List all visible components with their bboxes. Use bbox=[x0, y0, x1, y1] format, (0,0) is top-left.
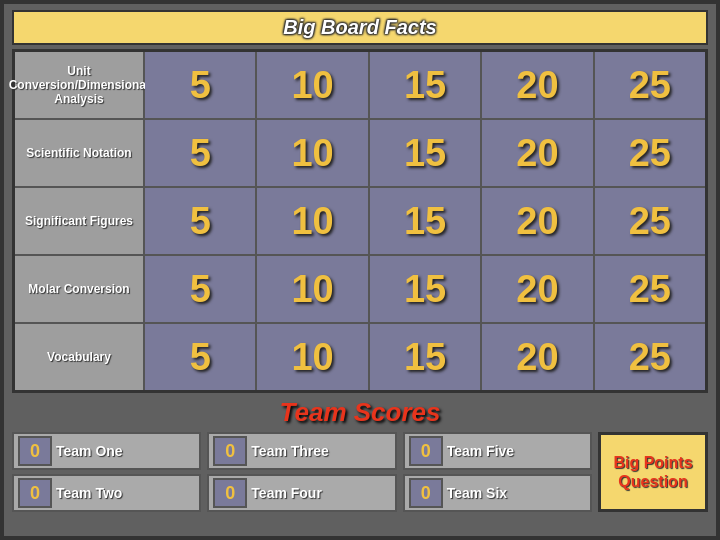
team-name-0: Team One bbox=[56, 443, 195, 459]
score-cell-3-3[interactable]: 20 bbox=[482, 256, 594, 322]
board-row-3: Molar Conversion510152025 bbox=[15, 256, 705, 324]
score-value-4-4: 25 bbox=[629, 336, 671, 379]
score-value-0-0: 5 bbox=[190, 64, 211, 107]
score-value-4-2: 15 bbox=[404, 336, 446, 379]
score-cell-3-2[interactable]: 15 bbox=[370, 256, 482, 322]
game-board: Unit Conversion/Dimensional Analysis5101… bbox=[12, 49, 708, 393]
score-cell-4-2[interactable]: 15 bbox=[370, 324, 482, 390]
team-name-1: Team Two bbox=[56, 485, 195, 501]
main-container: Big Board Facts Unit Conversion/Dimensio… bbox=[0, 0, 720, 540]
big-points-box[interactable]: Big Points Question bbox=[598, 432, 708, 512]
category-label-2: Significant Figures bbox=[25, 214, 133, 228]
team-row-3: 0Team Four bbox=[207, 474, 396, 512]
score-cell-4-3[interactable]: 20 bbox=[482, 324, 594, 390]
score-cell-2-3[interactable]: 20 bbox=[482, 188, 594, 254]
score-value-3-4: 25 bbox=[629, 268, 671, 311]
score-cell-0-4[interactable]: 25 bbox=[595, 52, 705, 118]
board-row-1: Scientific Notation510152025 bbox=[15, 120, 705, 188]
score-value-3-1: 10 bbox=[291, 268, 333, 311]
score-cell-1-1[interactable]: 10 bbox=[257, 120, 369, 186]
score-cell-2-0[interactable]: 5 bbox=[145, 188, 257, 254]
score-cell-3-0[interactable]: 5 bbox=[145, 256, 257, 322]
category-label-4: Vocabulary bbox=[47, 350, 111, 364]
score-value-2-4: 25 bbox=[629, 200, 671, 243]
score-cell-1-0[interactable]: 5 bbox=[145, 120, 257, 186]
team-score-3: 0 bbox=[213, 478, 247, 508]
score-value-4-3: 20 bbox=[516, 336, 558, 379]
team-score-2: 0 bbox=[213, 436, 247, 466]
category-cell-4: Vocabulary bbox=[15, 324, 145, 390]
score-cell-3-4[interactable]: 25 bbox=[595, 256, 705, 322]
score-cell-3-1[interactable]: 10 bbox=[257, 256, 369, 322]
teams-col-2: 0Team Three0Team Four bbox=[207, 432, 396, 512]
category-label-3: Molar Conversion bbox=[28, 282, 129, 296]
score-value-2-0: 5 bbox=[190, 200, 211, 243]
board-row-4: Vocabulary510152025 bbox=[15, 324, 705, 390]
score-value-1-1: 10 bbox=[291, 132, 333, 175]
score-value-3-0: 5 bbox=[190, 268, 211, 311]
score-value-1-3: 20 bbox=[516, 132, 558, 175]
team-name-5: Team Six bbox=[447, 485, 586, 501]
board-row-2: Significant Figures510152025 bbox=[15, 188, 705, 256]
title-bar: Big Board Facts bbox=[12, 10, 708, 45]
team-name-4: Team Five bbox=[447, 443, 586, 459]
teams-col-1: 0Team One0Team Two bbox=[12, 432, 201, 512]
score-cell-4-0[interactable]: 5 bbox=[145, 324, 257, 390]
team-name-2: Team Three bbox=[251, 443, 390, 459]
score-value-2-2: 15 bbox=[404, 200, 446, 243]
score-value-2-1: 10 bbox=[291, 200, 333, 243]
team-row-5: 0Team Six bbox=[403, 474, 592, 512]
score-value-0-4: 25 bbox=[629, 64, 671, 107]
score-value-1-2: 15 bbox=[404, 132, 446, 175]
score-value-4-0: 5 bbox=[190, 336, 211, 379]
score-value-3-3: 20 bbox=[516, 268, 558, 311]
category-cell-2: Significant Figures bbox=[15, 188, 145, 254]
score-cell-2-1[interactable]: 10 bbox=[257, 188, 369, 254]
category-label-1: Scientific Notation bbox=[26, 146, 131, 160]
page-title: Big Board Facts bbox=[283, 16, 436, 38]
score-cell-2-4[interactable]: 25 bbox=[595, 188, 705, 254]
team-score-1: 0 bbox=[18, 478, 52, 508]
score-cell-2-2[interactable]: 15 bbox=[370, 188, 482, 254]
category-cell-0: Unit Conversion/Dimensional Analysis bbox=[15, 52, 145, 118]
score-cell-4-4[interactable]: 25 bbox=[595, 324, 705, 390]
score-value-0-1: 10 bbox=[291, 64, 333, 107]
score-cell-0-1[interactable]: 10 bbox=[257, 52, 369, 118]
scores-grid: 0Team One0Team Two 0Team Three0Team Four… bbox=[12, 432, 708, 512]
score-cell-1-4[interactable]: 25 bbox=[595, 120, 705, 186]
score-cell-0-3[interactable]: 20 bbox=[482, 52, 594, 118]
team-row-0: 0Team One bbox=[12, 432, 201, 470]
score-value-4-1: 10 bbox=[291, 336, 333, 379]
big-points-label: Big Points Question bbox=[605, 453, 701, 491]
team-row-2: 0Team Three bbox=[207, 432, 396, 470]
team-row-4: 0Team Five bbox=[403, 432, 592, 470]
score-value-1-4: 25 bbox=[629, 132, 671, 175]
team-scores-title: Team Scores bbox=[12, 397, 708, 428]
category-cell-1: Scientific Notation bbox=[15, 120, 145, 186]
team-score-4: 0 bbox=[409, 436, 443, 466]
bottom-section: Team Scores 0Team One0Team Two 0Team Thr… bbox=[4, 393, 716, 516]
category-cell-3: Molar Conversion bbox=[15, 256, 145, 322]
team-name-3: Team Four bbox=[251, 485, 390, 501]
score-value-2-3: 20 bbox=[516, 200, 558, 243]
score-value-0-2: 15 bbox=[404, 64, 446, 107]
category-label-0: Unit Conversion/Dimensional Analysis bbox=[9, 64, 150, 106]
score-value-0-3: 20 bbox=[516, 64, 558, 107]
score-cell-1-2[interactable]: 15 bbox=[370, 120, 482, 186]
team-score-0: 0 bbox=[18, 436, 52, 466]
score-cell-0-0[interactable]: 5 bbox=[145, 52, 257, 118]
score-value-1-0: 5 bbox=[190, 132, 211, 175]
team-score-5: 0 bbox=[409, 478, 443, 508]
board-row-0: Unit Conversion/Dimensional Analysis5101… bbox=[15, 52, 705, 120]
team-row-1: 0Team Two bbox=[12, 474, 201, 512]
score-cell-0-2[interactable]: 15 bbox=[370, 52, 482, 118]
teams-col-3: 0Team Five0Team Six bbox=[403, 432, 592, 512]
score-cell-4-1[interactable]: 10 bbox=[257, 324, 369, 390]
score-cell-1-3[interactable]: 20 bbox=[482, 120, 594, 186]
score-value-3-2: 15 bbox=[404, 268, 446, 311]
